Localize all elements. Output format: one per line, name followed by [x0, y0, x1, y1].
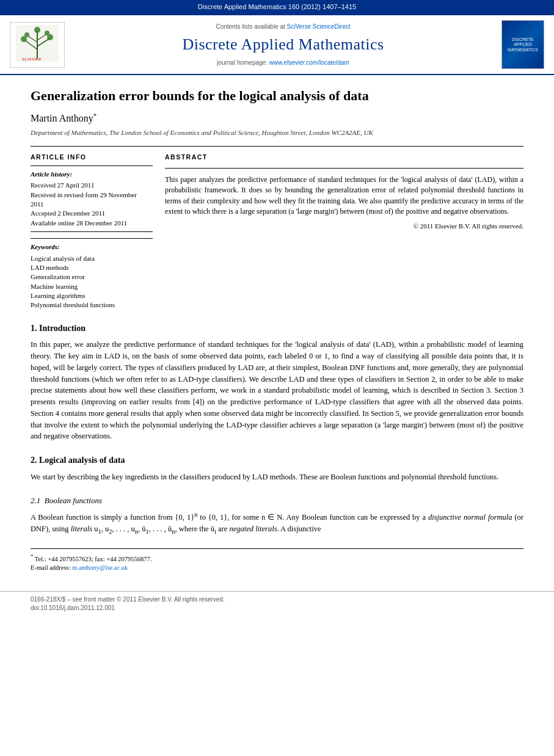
keywords-section: Keywords: Logical analysis of data LAD m…: [31, 238, 153, 310]
svg-text:ELSEVIER: ELSEVIER: [21, 57, 42, 62]
journal-citation: Discrete Applied Mathematics 160 (2012) …: [198, 3, 356, 10]
section-2-1-title: 2.1 Boolean functions: [31, 495, 523, 506]
journal-cover-thumbnail: DISCRETE APPLIED MATHEMATICS: [501, 20, 544, 69]
section-1-title: 1. Introduction: [31, 322, 523, 335]
abstract-box: This paper analyzes the predictive perfo…: [165, 175, 523, 232]
paper-title: Generalization error bounds for the logi…: [31, 87, 523, 105]
sciverse-link[interactable]: SciVerse ScienceDirect: [287, 23, 351, 30]
footnote-email-link[interactable]: m.anthony@lse.ac.uk: [72, 564, 128, 571]
journal-header: ELSEVIER Contents lists available at Sci…: [0, 14, 554, 75]
footnote-email: E-mail address: m.anthony@lse.ac.uk: [31, 564, 523, 573]
section-introduction: 1. Introduction In this paper, we analyz…: [31, 322, 523, 442]
elsevier-tree-icon: ELSEVIER: [16, 25, 59, 62]
history-accepted: Accepted 2 December 2011: [31, 209, 153, 218]
svg-point-10: [34, 27, 40, 33]
copyright-text: © 2011 Elsevier B.V. All rights reserved…: [165, 222, 523, 231]
section-2-title: 2. Logical analysis of data: [31, 454, 523, 467]
main-content: Generalization error bounds for the logi…: [0, 75, 554, 584]
author-affiliation: Department of Mathematics, The London Sc…: [31, 128, 523, 137]
footnote-sup: *: [31, 553, 33, 559]
header-divider: [31, 146, 523, 147]
section-2-1-text: A Boolean function is simply a function …: [31, 510, 523, 536]
history-revised: Received in revised form 29 November2011: [31, 191, 153, 209]
keyword-3: Generalization error: [31, 272, 153, 282]
article-info-heading: ARTICLE INFO: [31, 153, 153, 162]
article-history: Article history: Received 27 April 2011 …: [31, 165, 153, 232]
section-lad: 2. Logical analysis of data We start by …: [31, 454, 523, 482]
keywords-label: Keywords:: [31, 242, 153, 252]
footer-bar: 0166-218X/$ – see front matter © 2011 El…: [0, 591, 554, 616]
keyword-4: Machine learning: [31, 282, 153, 291]
history-label: Article history:: [31, 170, 153, 179]
journal-cover-image: DISCRETE APPLIED MATHEMATICS: [501, 20, 544, 69]
svg-point-8: [24, 32, 29, 37]
section-2-text: We start by describing the key ingredien…: [31, 471, 523, 483]
footnote-contact: * Tel.: +44 2079557623; fax: +44 2079556…: [31, 553, 523, 564]
journal-title: Discrete Applied Mathematics: [72, 34, 494, 56]
abstract-top-divider: [165, 168, 523, 169]
section-1-text: In this paper, we analyze the predictive…: [31, 339, 523, 442]
section-boolean-functions: 2.1 Boolean functions A Boolean function…: [31, 495, 523, 536]
keyword-6: Polynomial threshold functions: [31, 300, 153, 310]
journal-citation-bar: Discrete Applied Mathematics 160 (2012) …: [0, 0, 554, 14]
elsevier-logo: ELSEVIER: [10, 22, 65, 68]
keyword-1: Logical analysis of data: [31, 254, 153, 263]
keyword-2: LAD methods: [31, 263, 153, 272]
keyword-5: Learning algorithms: [31, 291, 153, 300]
journal-header-center: Contents lists available at SciVerse Sci…: [72, 23, 494, 67]
footer-doi: doi:10.1016/j.dam.2011.12.001: [31, 604, 523, 612]
sciverse-line: Contents lists available at SciVerse Sci…: [72, 23, 494, 31]
abstract-column: ABSTRACT This paper analyzes the predict…: [165, 153, 523, 310]
journal-homepage: journal homepage: www.elsevier.com/locat…: [72, 59, 494, 67]
author-sup: *: [93, 112, 97, 119]
homepage-link[interactable]: www.elsevier.com/locate/dam: [269, 59, 349, 66]
author-name: Martin Anthony*: [31, 111, 523, 126]
history-received: Received 27 April 2011: [31, 181, 153, 190]
svg-point-9: [45, 31, 49, 35]
article-info-column: ARTICLE INFO Article history: Received 2…: [31, 153, 153, 310]
article-info-abstract: ARTICLE INFO Article history: Received 2…: [31, 153, 523, 310]
abstract-text: This paper analyzes the predictive perfo…: [165, 175, 523, 217]
footer-issn: 0166-218X/$ – see front matter © 2011 El…: [31, 595, 523, 604]
footnote-section: * Tel.: +44 2079557623; fax: +44 2079556…: [31, 548, 523, 573]
history-online: Available online 28 December 2011: [31, 219, 153, 228]
abstract-heading: ABSTRACT: [165, 153, 523, 162]
